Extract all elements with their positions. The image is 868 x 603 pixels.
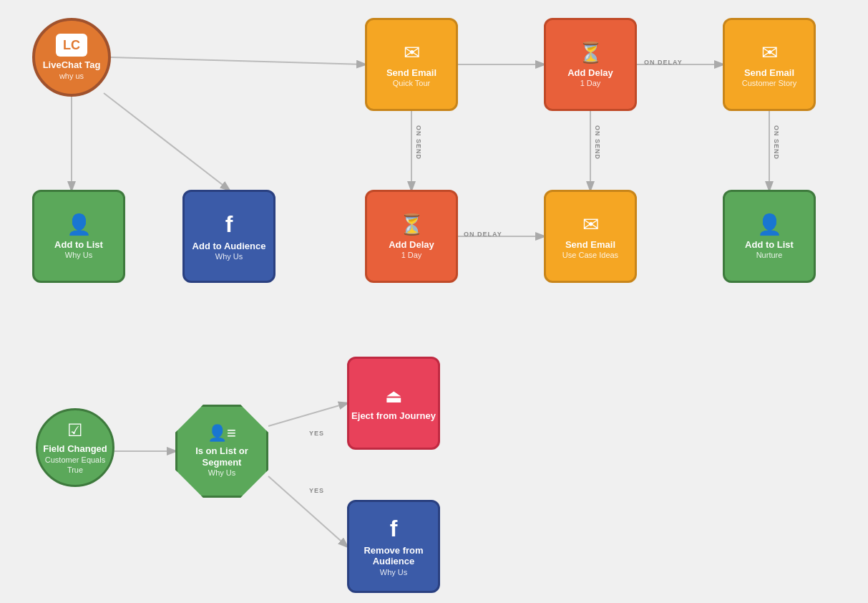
send-email-uc-title: Send Email — [565, 239, 615, 251]
add-to-list-nurture-node[interactable]: 👤 Add to List Nurture — [723, 190, 816, 283]
add-delay-mid-title: Add Delay — [389, 239, 434, 251]
add-to-list-why-us-node[interactable]: 👤 Add to List Why Us — [32, 190, 125, 283]
checkmark-icon: ☑ — [67, 420, 83, 440]
yes-label-2: YES — [309, 487, 324, 494]
field-changed-title: Field Changed — [43, 443, 107, 455]
on-delay-label-1: ON DELAY — [644, 59, 683, 66]
send-email-qt-subtitle: Quick Tour — [393, 78, 430, 88]
facebook-remove-icon: f — [390, 516, 398, 542]
eject-icon: ⏏ — [385, 385, 403, 407]
remove-audience-subtitle: Why Us — [380, 567, 408, 577]
add-list-nurture-title: Add to List — [745, 239, 794, 251]
hourglass-icon: ⏳ — [578, 41, 603, 64]
add-user-icon: 👤 — [67, 213, 92, 236]
facebook-icon: f — [225, 211, 233, 238]
is-on-list-subtitle: Why Us — [208, 468, 236, 478]
add-delay-mid-subtitle: 1 Day — [401, 250, 422, 260]
on-send-label-1: ON SEND — [415, 125, 422, 160]
svg-line-11 — [268, 476, 347, 546]
add-user-nurture-icon: 👤 — [757, 213, 782, 236]
add-to-audience-why-us-node[interactable]: f Add to Audience Why Us — [182, 190, 275, 283]
is-on-list-node[interactable]: 👤≡ Is on List or Segment Why Us — [175, 405, 268, 498]
add-delay-top-node[interactable]: ⏳ Add Delay 1 Day — [544, 18, 637, 111]
eject-from-journey-node[interactable]: ⏏ Eject from Journey — [347, 357, 440, 450]
send-email-qt-title: Send Email — [386, 67, 437, 79]
add-list-nurture-subtitle: Nurture — [756, 250, 783, 260]
add-list-wu-title: Add to List — [54, 239, 103, 251]
send-email-use-case-node[interactable]: ✉ Send Email Use Case Ideas — [544, 190, 637, 283]
hourglass-mid-icon: ⏳ — [399, 213, 424, 236]
send-email-cs-title: Send Email — [744, 67, 794, 79]
is-on-list-title: Is on List or Segment — [177, 445, 266, 468]
add-delay-mid-node[interactable]: ⏳ Add Delay 1 Day — [365, 190, 458, 283]
add-audience-wu-subtitle: Why Us — [215, 251, 243, 261]
on-delay-label-2: ON DELAY — [464, 231, 502, 238]
send-email-cs-subtitle: Customer Story — [742, 78, 796, 88]
list-check-icon: 👤≡ — [208, 424, 236, 443]
svg-line-10 — [268, 403, 347, 426]
livechat-tag-node[interactable]: LC LiveChat Tag why us — [32, 18, 111, 97]
email-uc-icon: ✉ — [582, 213, 599, 236]
add-audience-wu-title: Add to Audience — [192, 241, 266, 252]
send-email-quick-tour-node[interactable]: ✉ Send Email Quick Tour — [365, 18, 458, 111]
remove-audience-title: Remove from Audience — [349, 545, 438, 567]
eject-title: Eject from Journey — [351, 410, 436, 422]
workflow-canvas: LC LiveChat Tag why us ✉ Send Email Quic… — [0, 0, 868, 603]
email-icon: ✉ — [404, 41, 420, 64]
on-send-label-3: ON SEND — [773, 125, 780, 160]
livechat-tag-subtitle: why us — [59, 71, 84, 81]
remove-from-audience-node[interactable]: f Remove from Audience Why Us — [347, 500, 440, 593]
yes-label-1: YES — [309, 430, 324, 437]
svg-line-0 — [111, 57, 365, 64]
add-delay-top-title: Add Delay — [567, 67, 613, 79]
lc-badge: LC — [56, 34, 87, 57]
livechat-tag-title: LiveChat Tag — [43, 59, 101, 71]
field-changed-node[interactable]: ☑ Field Changed Customer Equals True — [36, 408, 114, 487]
send-email-uc-subtitle: Use Case Ideas — [562, 250, 618, 260]
field-changed-subtitle: Customer Equals True — [38, 455, 112, 476]
svg-line-2 — [104, 93, 229, 190]
add-delay-top-subtitle: 1 Day — [580, 78, 601, 88]
email-icon-cs: ✉ — [761, 41, 778, 64]
send-email-customer-story-node[interactable]: ✉ Send Email Customer Story — [723, 18, 816, 111]
add-list-wu-subtitle: Why Us — [65, 250, 93, 260]
on-send-label-2: ON SEND — [594, 125, 601, 160]
